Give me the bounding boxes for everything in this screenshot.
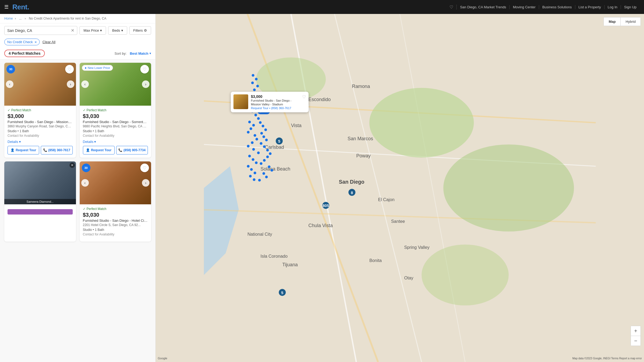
zoom-out-button[interactable]: −: [631, 336, 641, 346]
svg-point-11: [422, 245, 509, 305]
details-button[interactable]: Details ▾: [8, 140, 21, 144]
phone-button[interactable]: 📞 (858) 360-7617: [41, 146, 72, 154]
sort-chevron-icon[interactable]: ▾: [149, 51, 151, 55]
map-marker[interactable]: [252, 124, 255, 127]
map-marker[interactable]: [262, 172, 265, 175]
map-marker[interactable]: [257, 117, 260, 120]
close-ad-button[interactable]: ✕: [69, 162, 75, 168]
map-marker[interactable]: [248, 121, 251, 123]
map-marker[interactable]: [266, 156, 269, 158]
map-marker[interactable]: [254, 114, 257, 116]
map-marker[interactable]: [264, 128, 267, 131]
ad-action-bar[interactable]: [8, 209, 73, 215]
map-marker[interactable]: [269, 152, 272, 155]
map-type-hybrid-button[interactable]: Hybrid: [621, 17, 641, 26]
map-marker[interactable]: [255, 138, 258, 141]
map-marker[interactable]: [260, 132, 263, 135]
map-marker[interactable]: [254, 134, 256, 137]
image-prev-button[interactable]: ‹: [81, 80, 89, 88]
ad-listing-card[interactable]: ✕ Sameera Diamond...: [4, 161, 76, 242]
map-marker[interactable]: [251, 141, 254, 144]
listing-price: $3,000: [8, 113, 73, 119]
listing-card[interactable]: 30 ♡ ‹ › ✓ Perfect Match $3,000 Furnishe…: [4, 63, 76, 158]
nav-market-trends[interactable]: San Diego, CA Market Trends: [457, 5, 510, 9]
nav-business-solutions[interactable]: Business Solutions: [539, 5, 575, 9]
popup-link[interactable]: Request Tour • (858) 360-7617: [251, 106, 299, 110]
menu-icon[interactable]: ☰: [4, 4, 9, 10]
image-next-button[interactable]: ›: [67, 80, 74, 88]
clear-all-button[interactable]: Clear All: [42, 40, 55, 44]
map-marker[interactable]: [248, 155, 251, 157]
request-tour-button[interactable]: 👤 Request Tour: [8, 146, 39, 154]
map-marker[interactable]: [252, 158, 254, 161]
save-listing-button[interactable]: ♡: [65, 65, 74, 73]
map-marker[interactable]: [256, 85, 259, 87]
map-marker[interactable]: [270, 169, 273, 172]
nav-moving-center[interactable]: Moving Center: [510, 5, 539, 9]
nav-list-property[interactable]: List a Property: [575, 5, 605, 9]
map-google-label: Google: [158, 357, 167, 360]
map-marker[interactable]: [263, 159, 266, 162]
favorites-icon[interactable]: ♡: [446, 5, 457, 10]
max-price-button[interactable]: Max Price ▾: [79, 26, 106, 35]
clear-location-button[interactable]: ✕: [71, 28, 74, 33]
filters-button[interactable]: Filters ⚙: [129, 26, 151, 35]
save-listing-button[interactable]: ♡: [140, 65, 149, 73]
save-listing-button[interactable]: ♡: [140, 164, 149, 172]
map-marker[interactable]: [265, 139, 268, 141]
breadcrumb-home[interactable]: Home: [4, 17, 13, 20]
no-credit-check-filter-tag[interactable]: No Credit Check ×: [4, 39, 40, 45]
map-marker[interactable]: [250, 127, 252, 130]
listing-card[interactable]: 30 ♡ ‹ › ✓ Perfect Match $3,030 Furnishe…: [80, 161, 151, 242]
map-marker[interactable]: [257, 152, 260, 154]
request-tour-button[interactable]: 👤 Request Tour: [83, 146, 115, 154]
map-marker[interactable]: [266, 149, 269, 152]
perfect-match-label: ✓ Perfect Match: [8, 108, 73, 112]
map-marker[interactable]: [247, 165, 250, 168]
site-logo[interactable]: Rent.: [12, 3, 29, 11]
image-prev-button[interactable]: ‹: [81, 179, 89, 187]
map-marker[interactable]: [254, 172, 256, 174]
svg-text:5: 5: [278, 139, 280, 143]
map-marker[interactable]: [250, 168, 253, 171]
map-marker[interactable]: [260, 162, 262, 165]
map-container[interactable]: San Marcos Escondido Ramona Vista Carlsb…: [156, 14, 644, 362]
map-marker[interactable]: [263, 145, 266, 148]
listing-card[interactable]: ● New Lower Price ♡ ‹ › ✓ Perfect Match …: [80, 63, 151, 158]
location-input[interactable]: [7, 28, 71, 33]
sort-by-control: Sort by: Best Match ▾: [115, 51, 151, 56]
phone-button[interactable]: 📞 (858) 905-7734: [116, 146, 148, 154]
nav-signup[interactable]: Sign Up: [621, 5, 640, 9]
map-marker[interactable]: [247, 145, 250, 147]
map-marker[interactable]: [252, 74, 254, 77]
map-type-map-button[interactable]: Map: [604, 17, 620, 26]
map-marker[interactable]: [262, 135, 265, 138]
map-marker[interactable]: [268, 165, 270, 168]
map-marker[interactable]: [251, 82, 254, 84]
zoom-in-button[interactable]: +: [631, 326, 641, 336]
map-marker[interactable]: [265, 176, 268, 178]
map-marker[interactable]: [252, 148, 255, 151]
nav-login[interactable]: Log In: [605, 5, 621, 9]
beds-button[interactable]: Beds ▾: [108, 26, 127, 35]
map-marker[interactable]: [253, 88, 256, 91]
details-button[interactable]: Details ▾: [83, 140, 96, 144]
sort-by-value[interactable]: Best Match: [130, 51, 148, 56]
map-marker[interactable]: [247, 131, 250, 134]
map-marker[interactable]: [259, 121, 262, 124]
image-next-button[interactable]: ›: [142, 80, 149, 88]
map-marker[interactable]: [249, 175, 252, 178]
map-panel: San Marcos Escondido Ramona Vista Carlsb…: [156, 14, 644, 362]
map-marker[interactable]: [262, 125, 264, 127]
left-panel: Home › ... › No Credit Check Apartments …: [0, 14, 156, 362]
image-prev-button[interactable]: ‹: [6, 80, 13, 88]
image-next-button[interactable]: ›: [142, 179, 149, 187]
map-marker[interactable]: [253, 178, 255, 181]
map-marker[interactable]: [255, 161, 258, 164]
popup-save-button[interactable]: ♡: [302, 94, 306, 99]
remove-filter-icon[interactable]: ×: [34, 40, 37, 44]
map-marker[interactable]: [260, 142, 262, 145]
map-marker[interactable]: [255, 78, 258, 80]
listing-body: ✓ Perfect Match $3,030 Furnished Studio …: [80, 204, 151, 242]
map-marker[interactable]: [258, 179, 261, 182]
